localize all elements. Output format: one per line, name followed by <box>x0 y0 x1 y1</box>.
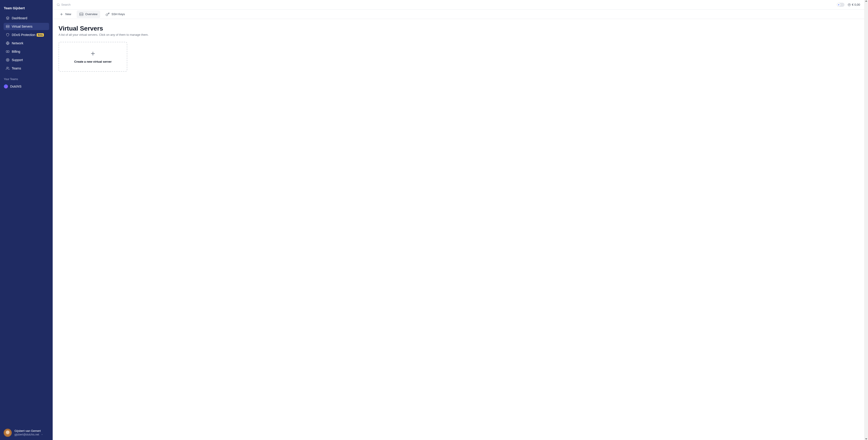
balance-button[interactable]: € 0,00 <box>848 3 860 6</box>
theme-toggle[interactable] <box>837 3 844 7</box>
svg-point-17 <box>848 3 850 6</box>
tab-label: SSH Keys <box>112 12 125 16</box>
svg-rect-20 <box>80 13 83 14</box>
topbar-right: € 0,00 <box>837 3 860 7</box>
sidebar-item-label: Virtual Servers <box>12 25 33 28</box>
search-icon <box>57 3 60 6</box>
sidebar-item-label: Billing <box>12 50 20 53</box>
svg-line-12 <box>8 59 9 59</box>
page-subtitle: A list of all your virtual servers. Clic… <box>59 33 858 36</box>
sidebar-item-label: Network <box>12 41 23 45</box>
your-teams-label: Your Teams <box>0 73 53 83</box>
sidebar: Team Gijsbert Dashboard Virtual Servers … <box>0 0 53 440</box>
sidebar-item-label: Support <box>12 58 23 62</box>
tab-new[interactable]: New <box>57 10 74 18</box>
svg-rect-1 <box>6 27 9 28</box>
svg-point-7 <box>7 51 8 52</box>
sidebar-item-teams[interactable]: Teams <box>4 65 49 72</box>
svg-point-15 <box>57 3 59 5</box>
tabs-bar: New Overview SSH Keys <box>53 9 864 19</box>
svg-point-9 <box>7 59 8 60</box>
theme-toggle-knob <box>837 3 840 6</box>
sidebar-item-label: Teams <box>12 66 21 70</box>
sidebar-item-label: Dashboard <box>12 16 27 20</box>
scrollbar[interactable] <box>864 0 868 440</box>
create-card-label: Create a new virtual server <box>74 60 112 63</box>
user-menu[interactable]: Gijsbert van Gemert gijsbert@dutchis.net <box>0 426 53 440</box>
user-info: Gijsbert van Gemert gijsbert@dutchis.net <box>14 429 43 437</box>
tab-label: Overview <box>85 12 97 16</box>
search-input[interactable] <box>61 3 837 6</box>
svg-rect-0 <box>6 25 9 27</box>
scroll-up-icon[interactable] <box>865 0 867 2</box>
sidebar-item-dashboard[interactable]: Dashboard <box>4 14 49 22</box>
plus-icon <box>59 12 64 16</box>
tab-overview[interactable]: Overview <box>76 10 100 18</box>
user-avatar <box>4 429 12 437</box>
team-name-label: Team Gijsbert <box>0 6 53 10</box>
svg-line-13 <box>6 60 7 61</box>
tab-ssh-keys[interactable]: SSH Keys <box>103 10 127 18</box>
users-icon <box>6 66 9 70</box>
layers-icon <box>6 16 9 20</box>
scroll-down-icon[interactable] <box>865 438 867 440</box>
team-item-label: DutchIS <box>10 85 22 88</box>
plus-icon <box>90 51 96 57</box>
lifebuoy-icon <box>6 58 9 62</box>
chevron-up-icon <box>41 433 43 437</box>
search-wrapper <box>57 3 837 6</box>
sparkle-icon <box>838 3 840 7</box>
page-title: Virtual Servers <box>59 25 858 32</box>
tab-label: New <box>65 12 71 16</box>
server-icon <box>6 25 9 28</box>
content-area: Virtual Servers A list of all your virtu… <box>53 19 864 78</box>
topbar: € 0,00 <box>53 0 864 9</box>
svg-line-10 <box>6 59 7 59</box>
svg-line-16 <box>59 5 60 6</box>
team-avatar <box>4 84 8 88</box>
user-email-label: gijsbert@dutchis.net <box>14 433 39 436</box>
user-name-label: Gijsbert van Gemert <box>14 429 43 433</box>
banknote-icon <box>6 50 9 53</box>
main-content: € 0,00 New Overview SSH Keys <box>53 0 864 440</box>
sidebar-item-virtual-servers[interactable]: Virtual Servers <box>4 23 49 30</box>
balance-label: € 0,00 <box>852 3 860 6</box>
sidebar-item-label: DDoS Protection <box>12 33 35 37</box>
svg-point-14 <box>6 67 8 68</box>
shield-icon <box>6 33 9 37</box>
beta-badge: Beta <box>37 33 44 37</box>
sidebar-item-network[interactable]: Network <box>4 39 49 47</box>
key-icon <box>105 12 110 16</box>
svg-rect-21 <box>80 14 83 16</box>
team-item-dutchis[interactable]: DutchIS <box>0 83 53 90</box>
sidebar-item-support[interactable]: Support <box>4 56 49 64</box>
sidebar-item-ddos-protection[interactable]: DDoS Protection Beta <box>4 31 49 38</box>
globe-icon <box>6 41 9 45</box>
nav-section: Dashboard Virtual Servers DDoS Protectio… <box>0 14 53 73</box>
svg-rect-6 <box>6 51 9 53</box>
server-icon <box>79 12 84 16</box>
svg-line-11 <box>8 60 9 61</box>
sidebar-item-billing[interactable]: Billing <box>4 48 49 55</box>
create-server-card[interactable]: Create a new virtual server <box>59 42 127 72</box>
